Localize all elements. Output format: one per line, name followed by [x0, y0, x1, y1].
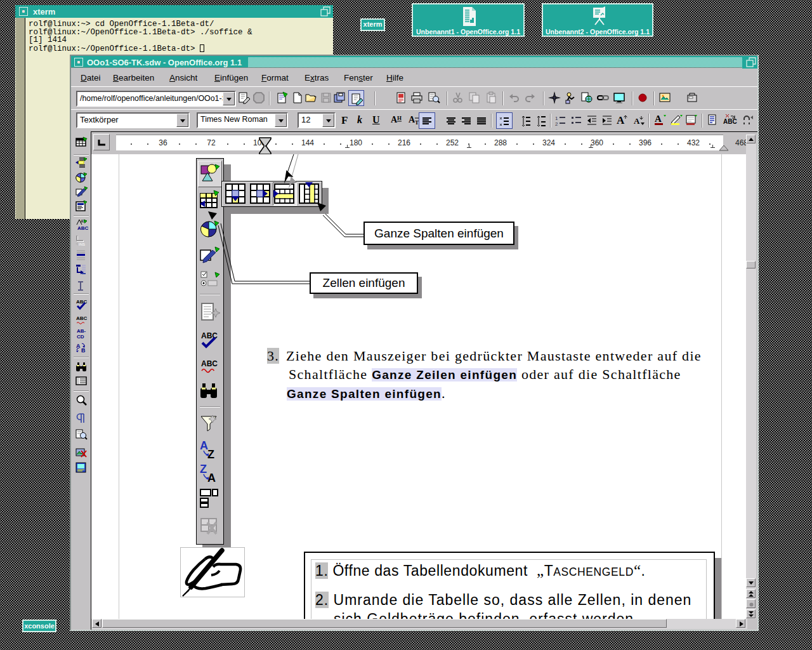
svg-text:ABC: ABC: [76, 315, 88, 321]
svg-text:ABC: ABC: [723, 118, 737, 125]
svg-text:ABC: ABC: [77, 225, 89, 231]
svg-text:1: 1: [555, 116, 558, 121]
svg-text:2: 2: [555, 121, 558, 127]
svg-text:AB-: AB-: [77, 328, 86, 334]
svg-text:A: A: [617, 114, 625, 126]
svg-text:CD: CD: [77, 334, 84, 340]
svg-text:H: H: [397, 115, 402, 121]
svg-text:INS: INS: [79, 242, 85, 246]
svg-text:A: A: [655, 114, 662, 124]
svg-text:ABC: ABC: [76, 299, 88, 305]
svg-text:B: B: [81, 347, 86, 354]
svg-text:A: A: [634, 116, 640, 126]
svg-text:A: A: [81, 219, 84, 223]
